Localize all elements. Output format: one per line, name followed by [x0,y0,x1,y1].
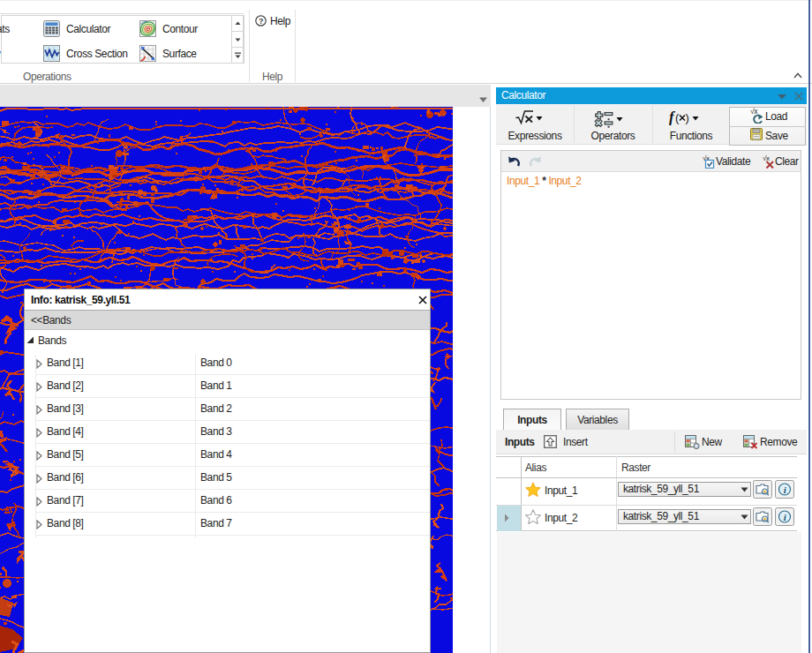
svg-text:√x: √x [763,154,770,162]
svg-text:?: ? [259,17,263,26]
svg-text:(: ( [675,111,680,124]
svg-text:√x: √x [750,108,758,116]
svg-text:): ) [686,111,689,124]
